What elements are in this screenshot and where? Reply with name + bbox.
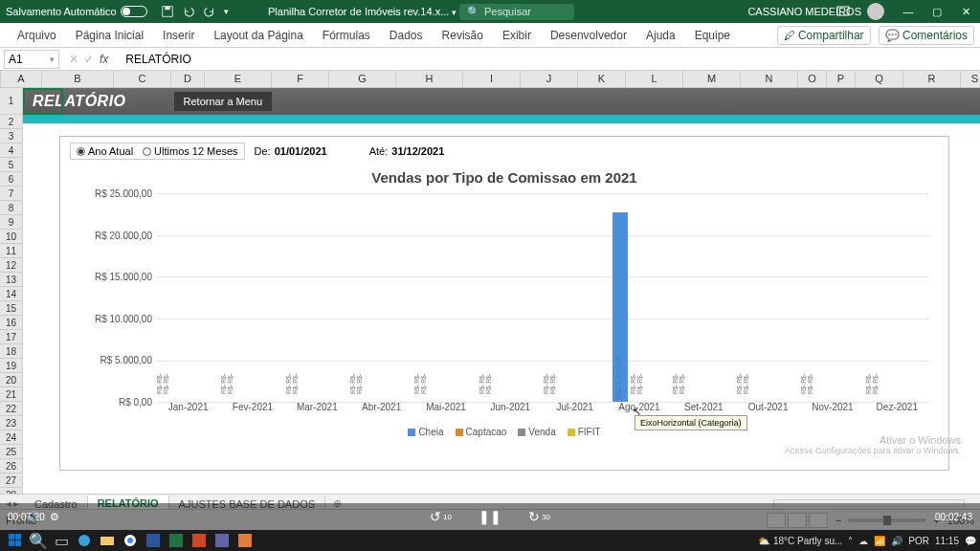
row-header[interactable]: 9: [0, 215, 23, 230]
row-header[interactable]: 27: [0, 474, 23, 488]
bar-group[interactable]: R$- R$- R$- R$-: [543, 193, 607, 402]
column-header[interactable]: A: [1, 71, 42, 87]
row-header[interactable]: 3: [0, 129, 23, 143]
settings-icon[interactable]: ⚙: [50, 511, 59, 523]
start-button[interactable]: [5, 532, 26, 549]
radio-ano-atual[interactable]: Ano Atual: [77, 145, 133, 157]
legend-item[interactable]: Cheia: [408, 427, 443, 437]
search-input[interactable]: 🔍 Pesquisar: [459, 4, 574, 20]
column-header[interactable]: I: [463, 71, 521, 87]
tab-equipe[interactable]: Equipe: [685, 23, 740, 47]
save-icon[interactable]: [161, 5, 174, 18]
user-area[interactable]: CASSIANO MEDEIROS: [747, 3, 884, 20]
chart-x-axis[interactable]: Jan-2021Fev-2021Mar-2021Abr-2021Mai-2021…: [156, 402, 929, 423]
rewind-button[interactable]: ↺10: [430, 509, 452, 524]
row-header[interactable]: 22: [0, 402, 23, 416]
row-header[interactable]: 13: [0, 273, 23, 287]
column-header[interactable]: N: [741, 71, 798, 87]
close-button[interactable]: ✕: [951, 0, 980, 23]
excel-icon[interactable]: [166, 532, 187, 549]
word-icon[interactable]: [143, 532, 164, 549]
chevron-down-icon[interactable]: ▾: [50, 55, 55, 64]
bar-group[interactable]: R$- R$- R$- R$-: [156, 193, 220, 402]
pause-button[interactable]: ❚❚: [479, 509, 501, 524]
column-header[interactable]: D: [171, 71, 205, 87]
comments-button[interactable]: 💬 Comentários: [879, 26, 974, 45]
radio-ultimos-12[interactable]: Ultimos 12 Meses: [143, 145, 237, 157]
fx-icon[interactable]: fx: [100, 53, 108, 66]
weather-widget[interactable]: ⛅ 18°C Partly su...: [758, 536, 842, 546]
notifications-icon[interactable]: 💬: [965, 536, 976, 546]
maximize-button[interactable]: ▢: [923, 0, 951, 23]
row-header[interactable]: 6: [0, 172, 23, 187]
tab-ajuda[interactable]: Ajuda: [636, 23, 685, 47]
bar-group[interactable]: R$- R$- R$- R$-: [285, 193, 349, 402]
row-header[interactable]: 11: [0, 244, 23, 258]
column-header[interactable]: O: [798, 71, 827, 87]
wifi-icon[interactable]: 📶: [874, 536, 885, 546]
column-header[interactable]: B: [42, 71, 114, 87]
bar-group[interactable]: R$- R$- R$- R$-: [349, 193, 413, 402]
tray-chevron-icon[interactable]: ˄: [848, 536, 853, 546]
tab-inserir[interactable]: Inserir: [153, 23, 204, 47]
column-header[interactable]: J: [521, 71, 578, 87]
legend-item[interactable]: Captacao: [456, 427, 507, 437]
app-icon[interactable]: [234, 532, 256, 549]
worksheet[interactable]: RELATÓRIO Retornar a Menu Ano Atual Ulti…: [23, 88, 980, 513]
chart-object[interactable]: Ano Atual Ultimos 12 Meses De: 01/01/202…: [59, 136, 949, 471]
cancel-formula-icon[interactable]: ✕: [69, 53, 78, 66]
column-header[interactable]: C: [114, 71, 171, 87]
sound-icon[interactable]: 🔊: [891, 536, 902, 546]
task-view-icon[interactable]: ▭: [51, 532, 72, 549]
toggle-off-icon[interactable]: [121, 6, 147, 17]
tab-formulas[interactable]: Fórmulas: [313, 23, 380, 47]
column-header[interactable]: K: [578, 71, 626, 87]
row-header[interactable]: 7: [0, 187, 23, 201]
tab-desenvolvedor[interactable]: Desenvolvedor: [541, 23, 636, 47]
teams-icon[interactable]: [212, 532, 233, 549]
volume-icon[interactable]: 🔊: [27, 511, 40, 523]
row-header[interactable]: 10: [0, 230, 23, 244]
forward-button[interactable]: ↻30: [528, 509, 550, 524]
column-header[interactable]: R: [903, 71, 961, 87]
row-header[interactable]: 8: [0, 201, 23, 215]
share-button[interactable]: 🖊 Compartilhar: [777, 26, 871, 45]
qat-chevron-down-icon[interactable]: ▾: [224, 7, 229, 16]
row-header[interactable]: 4: [0, 143, 23, 158]
column-header[interactable]: L: [626, 71, 683, 87]
bar-group[interactable]: R$- R$- R$- R$-: [220, 193, 284, 402]
row-header[interactable]: 25: [0, 445, 23, 459]
clock[interactable]: 11:15: [935, 536, 959, 546]
tab-exibir[interactable]: Exibir: [493, 23, 541, 47]
explorer-icon[interactable]: [97, 532, 118, 549]
tab-layout[interactable]: Layout da Página: [204, 23, 312, 47]
bar-group[interactable]: R$- R$- R$- R$-: [736, 193, 800, 402]
column-header[interactable]: P: [827, 71, 856, 87]
column-header[interactable]: Q: [856, 71, 903, 87]
row-header[interactable]: 26: [0, 459, 23, 474]
row-header[interactable]: 2: [0, 115, 23, 129]
ribbon-display-icon[interactable]: [835, 4, 851, 19]
language-indicator[interactable]: POR: [908, 536, 929, 546]
row-header[interactable]: 17: [0, 330, 23, 344]
column-header[interactable]: M: [683, 71, 741, 87]
row-header[interactable]: 15: [0, 301, 23, 316]
row-header[interactable]: 5: [0, 158, 23, 172]
row-header[interactable]: 14: [0, 287, 23, 301]
search-taskbar-icon[interactable]: 🔍: [28, 532, 49, 549]
accept-formula-icon[interactable]: ✓: [84, 53, 94, 66]
bar-group[interactable]: R$- R$- R$- R$-: [413, 193, 478, 402]
formula-input[interactable]: RELATÓRIO: [118, 53, 980, 66]
tab-pagina-inicial[interactable]: Página Inicial: [66, 23, 153, 47]
legend-item[interactable]: FIFIT: [568, 427, 601, 437]
row-header[interactable]: 20: [0, 373, 23, 387]
return-menu-button[interactable]: Retornar a Menu: [174, 92, 273, 111]
chart-plot-area[interactable]: R$ 25.000,00R$ 20.000,00R$ 15.000,00R$ 1…: [79, 193, 929, 423]
row-header[interactable]: 12: [0, 258, 23, 273]
bar-group[interactable]: R$- R$- R$- R$-: [479, 193, 543, 402]
autosave-toggle[interactable]: Salvamento Automático: [0, 6, 153, 17]
tab-arquivo[interactable]: Arquivo: [8, 23, 66, 47]
column-header[interactable]: F: [272, 71, 329, 87]
avatar[interactable]: [867, 3, 884, 20]
minimize-button[interactable]: —: [894, 0, 923, 23]
